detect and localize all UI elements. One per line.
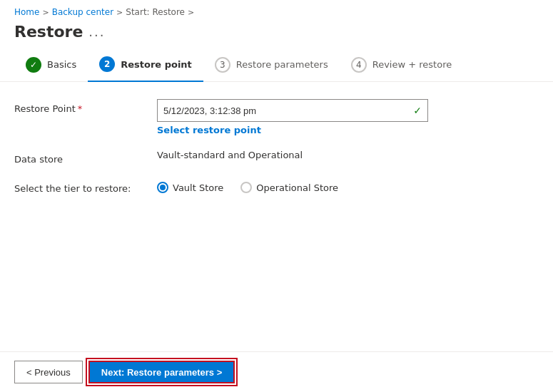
data-store-row: Data store Vault-standard and Operationa… xyxy=(14,150,539,165)
restore-point-input[interactable] xyxy=(163,105,409,116)
step-review-restore[interactable]: 4 Review + restore xyxy=(340,50,463,81)
radio-operational-store[interactable]: Operational Store xyxy=(240,182,338,193)
step-restore-parameters-label: Restore parameters xyxy=(236,59,328,70)
step-restore-point[interactable]: 2 Restore point xyxy=(88,49,203,82)
step-restore-parameters-circle: 3 xyxy=(215,57,230,73)
data-store-value-area: Vault-standard and Operational xyxy=(157,150,539,160)
radio-operational-store-circle xyxy=(240,182,252,193)
tier-options: Vault Store Operational Store xyxy=(157,179,539,193)
breadcrumb-sep-2: > xyxy=(116,8,123,17)
breadcrumb-start-restore: Start: Restore xyxy=(126,7,185,17)
step-basics-circle: ✓ xyxy=(26,57,41,73)
footer: < Previous Next: Restore parameters > xyxy=(0,351,553,392)
restore-point-value-area: ✓ Select restore point xyxy=(157,99,539,135)
wizard-steps: ✓ Basics 2 Restore point 3 Restore param… xyxy=(0,49,553,82)
tier-label: Select the tier to restore: xyxy=(14,179,157,194)
radio-vault-store-label: Vault Store xyxy=(173,182,223,193)
step-restore-parameters[interactable]: 3 Restore parameters xyxy=(203,50,340,81)
breadcrumb-home[interactable]: Home xyxy=(14,7,39,17)
radio-group: Vault Store Operational Store xyxy=(157,179,539,193)
restore-point-label: Restore Point * xyxy=(14,99,157,114)
page-options-ellipsis[interactable]: ... xyxy=(88,24,105,39)
radio-operational-store-label: Operational Store xyxy=(256,182,338,193)
page-title: Restore xyxy=(14,23,83,41)
breadcrumb-sep-3: > xyxy=(188,8,194,17)
step-review-restore-circle: 4 xyxy=(351,57,367,73)
restore-point-input-wrapper[interactable]: ✓ xyxy=(157,99,428,122)
next-button[interactable]: Next: Restore parameters > xyxy=(88,361,235,383)
step-basics[interactable]: ✓ Basics xyxy=(14,50,88,81)
radio-vault-store-circle xyxy=(157,182,168,193)
tier-row: Select the tier to restore: Vault Store … xyxy=(14,179,539,194)
content-area: Restore Point * ✓ Select restore point D… xyxy=(0,82,553,351)
step-restore-point-label: Restore point xyxy=(121,59,192,70)
breadcrumb: Home > Backup center > Start: Restore > xyxy=(0,0,553,20)
select-restore-point-link[interactable]: Select restore point xyxy=(157,125,539,135)
checkmark-icon: ✓ xyxy=(413,105,422,116)
data-store-value: Vault-standard and Operational xyxy=(157,145,303,160)
breadcrumb-backup-center[interactable]: Backup center xyxy=(52,7,113,17)
step-review-restore-label: Review + restore xyxy=(372,59,452,70)
required-indicator: * xyxy=(78,103,83,114)
step-basics-label: Basics xyxy=(47,59,76,70)
restore-point-row: Restore Point * ✓ Select restore point xyxy=(14,99,539,135)
breadcrumb-sep-1: > xyxy=(42,8,49,17)
data-store-label: Data store xyxy=(14,150,157,165)
radio-vault-store[interactable]: Vault Store xyxy=(157,182,223,193)
previous-button[interactable]: < Previous xyxy=(14,361,83,383)
page-title-row: Restore ... xyxy=(0,20,553,49)
step-restore-point-circle: 2 xyxy=(99,56,115,72)
